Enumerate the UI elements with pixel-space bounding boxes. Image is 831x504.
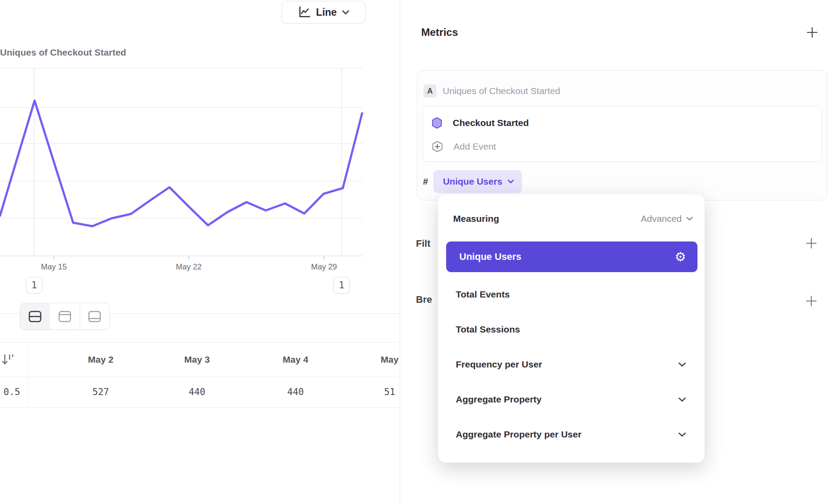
metric-card: A Uniques of Checkout Started Checkout S… — [417, 70, 827, 200]
annotation-badge[interactable]: 1 — [26, 277, 42, 294]
table-row-header-value: 0.5 — [0, 377, 20, 407]
table-header-may5[interactable]: May — [381, 342, 399, 377]
chevron-down-icon — [686, 217, 693, 221]
table-cell: 51 — [384, 377, 395, 407]
add-metric-button[interactable] — [806, 26, 819, 39]
gear-icon[interactable]: ⚙ — [675, 251, 686, 263]
line-chart-icon — [298, 6, 311, 19]
option-total-events[interactable]: Total Events — [446, 280, 697, 308]
chevron-down-icon — [678, 432, 686, 437]
option-label: Frequency per User — [456, 359, 678, 370]
option-label: Aggregate Property per User — [456, 429, 678, 440]
line-chart[interactable] — [0, 0, 400, 284]
layout-table-top-button[interactable] — [49, 303, 79, 329]
event-hexagon-icon — [432, 117, 442, 129]
table-header-may2[interactable]: May 2 — [88, 342, 113, 377]
dropdown-header: Measuring Advanced — [453, 212, 693, 226]
metrics-section-title: Metrics — [421, 26, 458, 38]
option-aggregate-property-per-user[interactable]: Aggregate Property per User — [446, 420, 697, 448]
event-card: Checkout Started Add Event — [423, 106, 822, 162]
chevron-down-icon — [507, 179, 514, 184]
metric-name: Uniques of Checkout Started — [443, 84, 560, 98]
advanced-toggle[interactable]: Advanced — [641, 214, 693, 224]
option-total-sessions[interactable]: Total Sessions — [446, 315, 697, 343]
event-name: Checkout Started — [453, 118, 529, 128]
x-axis-label-may22: May 22 — [176, 262, 201, 272]
metric-letter-badge: A — [423, 84, 437, 98]
measurement-chip[interactable]: Unique Users — [433, 170, 522, 193]
option-label: Total Sessions — [456, 324, 686, 335]
layout-chart-bottom-button[interactable] — [80, 303, 109, 329]
x-axis-label-may29: May 29 — [311, 262, 337, 272]
table-header-may3[interactable]: May 3 — [184, 342, 210, 377]
table-header-may4[interactable]: May 4 — [283, 342, 308, 377]
selected-option-label: Unique Users — [459, 251, 675, 262]
table-cell: 440 — [189, 377, 205, 407]
layout-toggle-group — [20, 303, 110, 330]
panel-divider — [400, 0, 400, 504]
table-cell: 440 — [287, 377, 304, 407]
option-unique-users-selected[interactable]: Unique Users ⚙ — [446, 242, 697, 272]
option-aggregate-property[interactable]: Aggregate Property — [446, 385, 697, 413]
chart-type-button[interactable]: Line — [282, 1, 366, 24]
split-view-icon — [28, 311, 42, 322]
option-label: Total Events — [456, 289, 686, 300]
hash-icon: # — [423, 176, 428, 187]
measurement-row: # Unique Users — [423, 170, 522, 193]
sort-descending-icon[interactable] — [1, 353, 16, 366]
filters-section-label: Filt — [416, 238, 430, 249]
layout-split-button[interactable] — [20, 303, 49, 329]
x-axis-label-may15: May 15 — [41, 262, 67, 272]
breakdowns-section-label: Bre — [416, 294, 432, 305]
measuring-dropdown: Measuring Advanced Unique Users ⚙ Total … — [438, 194, 705, 463]
table-top-view-icon — [58, 311, 71, 322]
option-frequency-per-user[interactable]: Frequency per User — [446, 350, 697, 378]
chart-bottom-view-icon — [88, 311, 101, 322]
add-event-icon — [432, 140, 443, 153]
table-cell: 527 — [92, 377, 109, 407]
advanced-label: Advanced — [641, 214, 682, 224]
event-row[interactable]: Checkout Started — [432, 115, 529, 131]
add-breakdown-button[interactable] — [805, 294, 818, 308]
measurement-value: Unique Users — [443, 176, 502, 187]
chevron-down-icon — [678, 362, 686, 367]
annotation-badge[interactable]: 1 — [333, 277, 350, 294]
data-table: May 2 May 3 May 4 May 0.5 527 440 440 51 — [0, 342, 400, 408]
add-event-label: Add Event — [454, 141, 496, 152]
add-filter-button[interactable] — [805, 237, 818, 250]
option-label: Aggregate Property — [456, 394, 678, 405]
chevron-down-icon — [342, 10, 349, 15]
chevron-down-icon — [678, 397, 686, 402]
add-event-button[interactable]: Add Event — [432, 139, 496, 154]
measuring-label: Measuring — [453, 214, 499, 224]
chart-type-label: Line — [316, 7, 337, 18]
app-canvas: Uniques of Checkout Started May 15 May 2… — [0, 0, 831, 504]
